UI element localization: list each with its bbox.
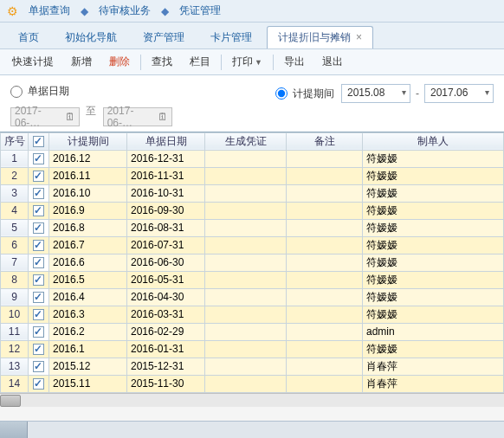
cell-check[interactable] <box>29 306 49 323</box>
row-checkbox[interactable] <box>33 378 44 390</box>
cell-check[interactable] <box>29 288 49 306</box>
period-to-select[interactable]: 2017.06 <box>424 84 494 103</box>
columns-button[interactable]: 栏目 <box>181 52 219 72</box>
table-row[interactable]: 32016.102016-10-31符嫒嫒 <box>1 184 504 202</box>
col-maker[interactable]: 制单人 <box>363 132 504 150</box>
table-row[interactable]: 132015.122015-12-31肖春萍 <box>1 357 504 375</box>
link-query[interactable]: 单据查询 <box>29 3 70 18</box>
row-checkbox[interactable] <box>33 188 44 199</box>
table-row[interactable]: 122016.12016-01-31符嫒嫒 <box>1 340 504 357</box>
cell-check[interactable] <box>29 323 49 340</box>
col-voucher[interactable]: 生成凭证 <box>205 132 287 150</box>
table-row[interactable]: 22016.112016-11-31符嫒嫒 <box>1 167 504 184</box>
table-row[interactable]: 62016.72016-07-31符嫒嫒 <box>1 236 504 254</box>
export-button[interactable]: 导出 <box>275 52 313 72</box>
table-row[interactable]: 52016.82016-08-31符嫒嫒 <box>1 219 504 236</box>
cell-check[interactable] <box>29 375 49 392</box>
cell-remark <box>287 357 363 375</box>
horizontal-scrollbar[interactable] <box>0 393 504 407</box>
exit-button[interactable]: 退出 <box>313 52 352 72</box>
cell-check[interactable] <box>29 202 49 219</box>
cell-check[interactable] <box>29 340 49 357</box>
cell-check[interactable] <box>29 357 49 375</box>
cell-maker: 符嫒嫒 <box>363 202 504 219</box>
row-checkbox[interactable] <box>33 274 44 286</box>
find-button[interactable]: 查找 <box>143 52 181 72</box>
link-pending[interactable]: 待审核业务 <box>99 3 151 18</box>
row-checkbox[interactable] <box>33 171 44 182</box>
row-checkbox[interactable] <box>33 361 44 372</box>
check-all[interactable] <box>33 136 44 147</box>
cell-check[interactable] <box>29 167 49 184</box>
radio-bill-date[interactable]: 单据日期 <box>10 84 69 99</box>
table-row[interactable]: 92016.42016-04-30符嫒嫒 <box>1 288 504 306</box>
cell-seq: 10 <box>1 306 29 323</box>
table-row[interactable]: 102016.32016-03-31符嫒嫒 <box>1 306 504 323</box>
tab-2[interactable]: 资产管理 <box>132 26 196 48</box>
cell-remark <box>287 236 363 254</box>
cell-voucher <box>205 254 287 271</box>
cell-check[interactable] <box>29 219 49 236</box>
table-row[interactable]: 112016.22016-02-29admin <box>1 323 504 340</box>
cell-check[interactable] <box>29 254 49 271</box>
range-dash: - <box>416 87 419 100</box>
cell-seq: 1 <box>1 150 29 167</box>
table-row[interactable]: 142015.112015-11-30肖春萍 <box>1 375 504 392</box>
col-period[interactable]: 计提期间 <box>49 132 127 150</box>
cell-maker: 符嫒嫒 <box>363 340 504 357</box>
table-row[interactable]: 82016.52016-05-31符嫒嫒 <box>1 271 504 288</box>
top-link-bar: ⚙ 单据查询 ◆ 待审核业务 ◆ 凭证管理 <box>0 0 504 23</box>
fast-accrue-button[interactable]: 快速计提 <box>3 52 62 72</box>
cell-check[interactable] <box>29 236 49 254</box>
tab-4[interactable]: 计提折旧与摊销× <box>267 26 373 48</box>
cell-seq: 4 <box>1 202 29 219</box>
cell-check[interactable] <box>29 184 49 202</box>
cell-maker: admin <box>363 323 504 340</box>
row-checkbox[interactable] <box>33 344 44 355</box>
cell-period: 2016.4 <box>49 288 127 306</box>
col-date[interactable]: 单据日期 <box>127 132 205 150</box>
cell-voucher <box>205 340 287 357</box>
cell-check[interactable] <box>29 150 49 167</box>
tab-0[interactable]: 首页 <box>7 26 50 48</box>
separator <box>273 55 274 70</box>
table-row[interactable]: 42016.92016-09-30符嫒嫒 <box>1 202 504 219</box>
tab-3[interactable]: 卡片管理 <box>199 26 263 48</box>
cell-seq: 5 <box>1 219 29 236</box>
date-to-input[interactable]: 2017-06-…🗓 <box>103 107 172 126</box>
status-bar <box>0 421 504 438</box>
row-checkbox[interactable] <box>33 205 44 216</box>
add-button[interactable]: 新增 <box>62 52 100 72</box>
table-row[interactable]: 12016.122016-12-31符嫒嫒 <box>1 150 504 167</box>
row-checkbox[interactable] <box>33 326 44 338</box>
row-checkbox[interactable] <box>33 240 44 251</box>
radio-period-input[interactable] <box>275 87 288 100</box>
close-icon[interactable]: × <box>356 31 362 43</box>
cell-period: 2016.9 <box>49 202 127 219</box>
cell-remark <box>287 184 363 202</box>
cell-remark <box>287 323 363 340</box>
cell-period: 2016.6 <box>49 254 127 271</box>
link-voucher[interactable]: 凭证管理 <box>179 3 221 18</box>
table-row[interactable]: 72016.62016-06-30符嫒嫒 <box>1 254 504 271</box>
cell-maker: 符嫒嫒 <box>363 306 504 323</box>
radio-bill-date-input[interactable] <box>10 86 23 98</box>
col-seq[interactable]: 序号 <box>1 132 29 150</box>
row-checkbox[interactable] <box>33 222 44 234</box>
row-checkbox[interactable] <box>33 292 44 303</box>
scrollbar-thumb[interactable] <box>0 395 21 407</box>
cell-check[interactable] <box>29 271 49 288</box>
print-button[interactable]: 打印▼ <box>223 52 271 72</box>
tab-1[interactable]: 初始化导航 <box>54 26 128 48</box>
delete-button[interactable]: 删除 <box>100 52 139 72</box>
period-from-select[interactable]: 2015.08 <box>341 84 410 103</box>
cell-period: 2016.11 <box>49 167 127 184</box>
col-check[interactable] <box>29 132 49 150</box>
row-checkbox[interactable] <box>33 309 44 320</box>
row-checkbox[interactable] <box>33 257 44 268</box>
col-remark[interactable]: 备注 <box>287 132 363 150</box>
row-checkbox[interactable] <box>33 153 44 164</box>
date-from-input[interactable]: 2017-06-…🗓 <box>10 107 80 126</box>
cell-period: 2016.8 <box>49 219 127 236</box>
radio-period[interactable]: 计提期间 <box>275 87 334 101</box>
